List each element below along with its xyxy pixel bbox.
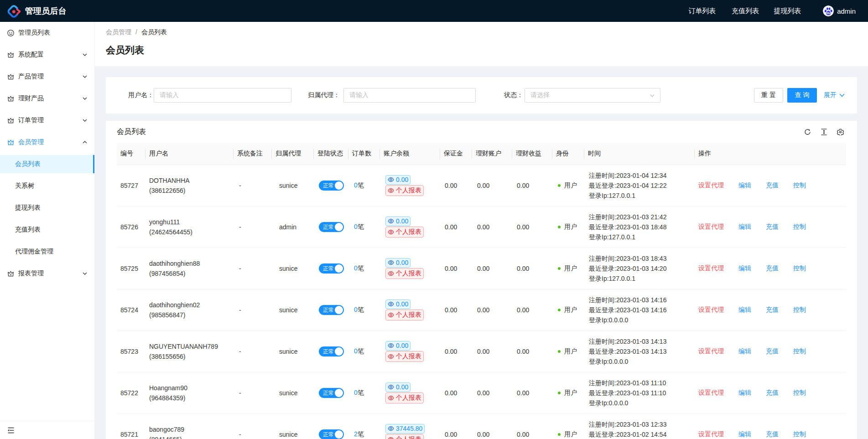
svg-text:du: du xyxy=(826,11,831,15)
